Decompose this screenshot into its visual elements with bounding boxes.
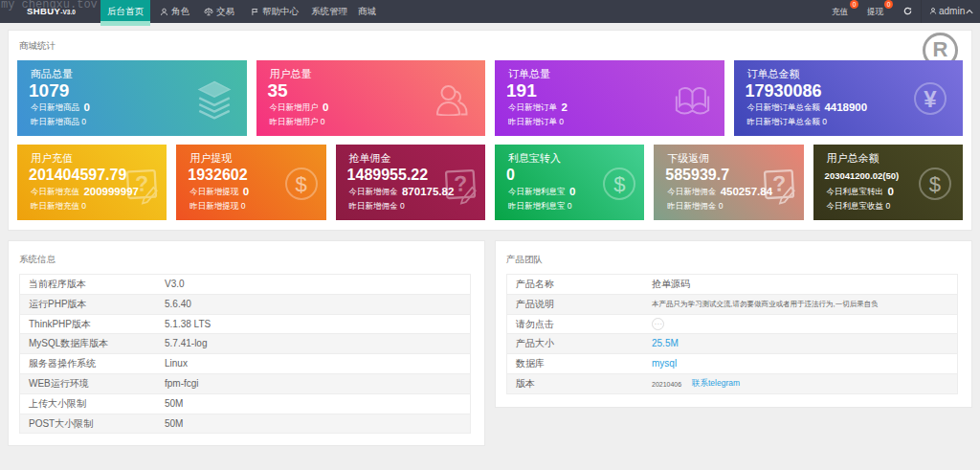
svg-text:?: ? xyxy=(771,170,786,196)
svg-text:?: ? xyxy=(454,170,468,196)
svg-text:?: ? xyxy=(135,170,149,196)
